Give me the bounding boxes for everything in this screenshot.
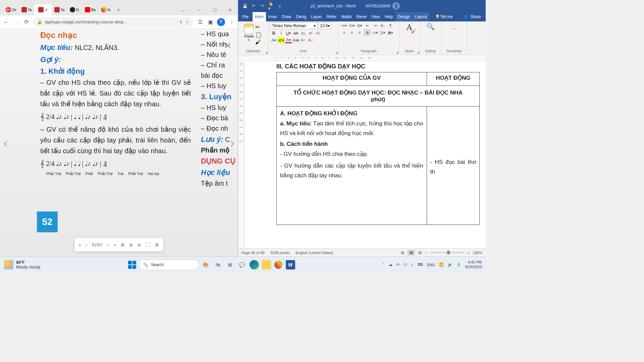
zoom-level[interactable]: 100% bbox=[473, 251, 482, 255]
tab-references[interactable]: Refer bbox=[324, 12, 339, 21]
star-icon[interactable]: ☆ bbox=[185, 19, 190, 24]
tray-bluetooth-icon[interactable]: ᚼ bbox=[411, 263, 414, 267]
dialog-launcher-icon[interactable]: ◢ bbox=[396, 51, 398, 54]
zoom-in-button[interactable]: ⊕ bbox=[129, 242, 133, 247]
tray-updates-icon[interactable]: ⟳ bbox=[396, 262, 399, 267]
tray-volume-icon[interactable]: 🔊 bbox=[448, 262, 452, 267]
tab-home[interactable]: Hom bbox=[253, 12, 266, 21]
first-page-button[interactable]: « bbox=[78, 242, 81, 247]
tray-onedrive-icon[interactable]: ☁ bbox=[389, 262, 392, 267]
bold-button[interactable]: B bbox=[270, 30, 277, 36]
taskbar-app-explorer[interactable] bbox=[262, 260, 271, 269]
start-button[interactable] bbox=[128, 261, 136, 269]
zoom-out-button[interactable]: ⊖ bbox=[138, 242, 141, 247]
decrease-indent-button[interactable]: ⇤ bbox=[364, 22, 371, 28]
zoom-slider[interactable] bbox=[430, 252, 464, 253]
tab-mailings[interactable]: Mailin bbox=[339, 12, 354, 21]
taskbar-app-widget2[interactable]: 🛍 bbox=[213, 260, 223, 269]
minimize-button[interactable]: ─ bbox=[192, 5, 207, 15]
browser-tab[interactable]: D. bbox=[67, 4, 83, 15]
browser-tab[interactable]: Ta bbox=[19, 4, 34, 15]
browser-tab-active[interactable] bbox=[34, 4, 52, 15]
tab-review[interactable]: Revie bbox=[354, 12, 369, 21]
close-button[interactable]: ✕ bbox=[470, 1, 486, 11]
tell-me-search[interactable]: 💡 Tell me bbox=[433, 12, 455, 21]
tray-wifi-icon[interactable]: 📶 bbox=[439, 262, 444, 267]
menu-button[interactable]: ⋮ bbox=[228, 19, 235, 25]
subscript-button[interactable]: x₂ bbox=[300, 30, 307, 36]
next-page-button[interactable]: › bbox=[107, 242, 109, 247]
tab-draw[interactable]: Draw bbox=[279, 12, 293, 21]
new-tab-button[interactable]: + bbox=[113, 4, 123, 15]
bullets-button[interactable]: •≡▾ bbox=[341, 22, 347, 28]
ribbon-options-button[interactable]: ⊡ bbox=[424, 1, 439, 11]
print-layout-button[interactable]: ▦ bbox=[408, 250, 415, 255]
more-icon[interactable]: » bbox=[277, 3, 282, 9]
save-icon[interactable]: 💾 bbox=[242, 3, 248, 9]
highlight-button[interactable]: ab▾ bbox=[278, 37, 284, 43]
underline-button[interactable]: U▾ bbox=[285, 30, 292, 36]
reload-button[interactable]: ⟳ bbox=[23, 19, 30, 25]
touch-mode-icon[interactable]: 👆▾ bbox=[268, 3, 274, 9]
tab-layout[interactable]: Layou bbox=[309, 12, 324, 21]
font-size-select[interactable]: 13.5 ▾ bbox=[318, 22, 331, 29]
status-language[interactable]: English (United States) bbox=[296, 251, 333, 255]
show-marks-button[interactable]: ¶ bbox=[387, 22, 394, 28]
taskbar-app-edge[interactable] bbox=[250, 260, 259, 269]
grow-font-button[interactable]: A↑ bbox=[300, 37, 307, 43]
align-center-button[interactable]: ≡ bbox=[348, 29, 355, 36]
font-color-button[interactable]: A▾ bbox=[285, 37, 292, 43]
zoom-out-button[interactable]: − bbox=[425, 251, 427, 255]
close-button[interactable]: ✕ bbox=[222, 5, 238, 15]
zoom-in-button[interactable]: + bbox=[467, 251, 469, 255]
redo-icon[interactable]: ↷ bbox=[260, 3, 265, 9]
browser-tab[interactable]: S+Ze bbox=[3, 4, 19, 15]
tab-design[interactable]: Desig bbox=[293, 12, 309, 21]
format-painter-icon[interactable]: 🖌 bbox=[255, 39, 262, 45]
paste-button[interactable]: Paste▾ bbox=[244, 24, 254, 45]
back-button[interactable]: ← bbox=[3, 19, 9, 25]
styles-gallery-button[interactable]: A🖌 bbox=[406, 22, 413, 33]
account-area[interactable]: 84795153649 👤 bbox=[366, 2, 399, 10]
taskbar-search[interactable]: 🔍Search bbox=[139, 259, 199, 270]
borders-button[interactable]: ▦▾ bbox=[387, 29, 394, 36]
tab-file[interactable]: File bbox=[238, 12, 253, 21]
taskbar-app-widget1[interactable]: 🎨 bbox=[201, 260, 211, 269]
sort-button[interactable]: A↓ bbox=[379, 22, 386, 28]
maximize-button[interactable]: ▢ bbox=[207, 5, 222, 15]
reading-list-icon[interactable]: ☰ bbox=[197, 19, 204, 25]
tab-insert[interactable]: Inser bbox=[266, 12, 280, 21]
align-right-button[interactable]: ≡ bbox=[356, 29, 363, 36]
dialog-launcher-icon[interactable]: ◢ bbox=[417, 51, 419, 54]
browser-tab[interactable]: hi bbox=[98, 4, 113, 15]
horizontal-ruler[interactable]: · · 1 · · · 2 · · · 3 · · · 4 · · · 5 · … bbox=[238, 55, 486, 61]
shading-button[interactable]: ◫▾ bbox=[379, 29, 386, 36]
minimize-button[interactable]: ─ bbox=[439, 1, 455, 11]
taskbar-app-taskview[interactable]: ⊞ bbox=[225, 260, 235, 269]
profile-button[interactable]: T bbox=[217, 18, 225, 26]
address-bar[interactable]: 🔒 taphuan.nxbgd.vn/#/training-course-det… bbox=[33, 17, 194, 27]
change-case-button[interactable]: Aa▾ bbox=[292, 37, 299, 43]
taskbar-app-teams[interactable]: 💬 bbox=[237, 260, 247, 269]
tab-view[interactable]: View bbox=[369, 12, 382, 21]
status-words[interactable]: 9339 words bbox=[271, 251, 290, 255]
copy-icon[interactable]: 📋 bbox=[255, 32, 262, 38]
increase-indent-button[interactable]: ⇥ bbox=[372, 22, 378, 28]
font-family-select[interactable]: Times New Roman▾ bbox=[270, 22, 317, 29]
multilevel-button[interactable]: ⊟▾ bbox=[356, 22, 363, 28]
prev-page-button[interactable]: ‹ bbox=[86, 242, 87, 247]
tab-table-layout[interactable]: Layout bbox=[413, 12, 429, 21]
dialog-launcher-icon[interactable]: ◢ bbox=[336, 51, 338, 54]
find-button[interactable]: 🔍 bbox=[426, 22, 435, 31]
text-effects-button[interactable]: A▾ bbox=[270, 37, 277, 43]
tray-overflow-icon[interactable]: ˄ bbox=[383, 262, 385, 267]
align-left-button[interactable]: ≡ bbox=[341, 29, 347, 36]
taskbar-app-chrome[interactable] bbox=[274, 260, 283, 269]
sidepanel-icon[interactable]: ▣ bbox=[207, 19, 214, 25]
browser-tab[interactable]: Ba bbox=[83, 4, 98, 15]
tray-battery-icon[interactable]: 🔋 bbox=[457, 262, 461, 267]
web-layout-button[interactable]: ▧ bbox=[418, 250, 422, 255]
grid-view-button[interactable]: ⊞ bbox=[121, 242, 124, 247]
cut-icon[interactable]: ✂ bbox=[255, 24, 262, 30]
strike-button[interactable]: ab bbox=[292, 30, 299, 36]
